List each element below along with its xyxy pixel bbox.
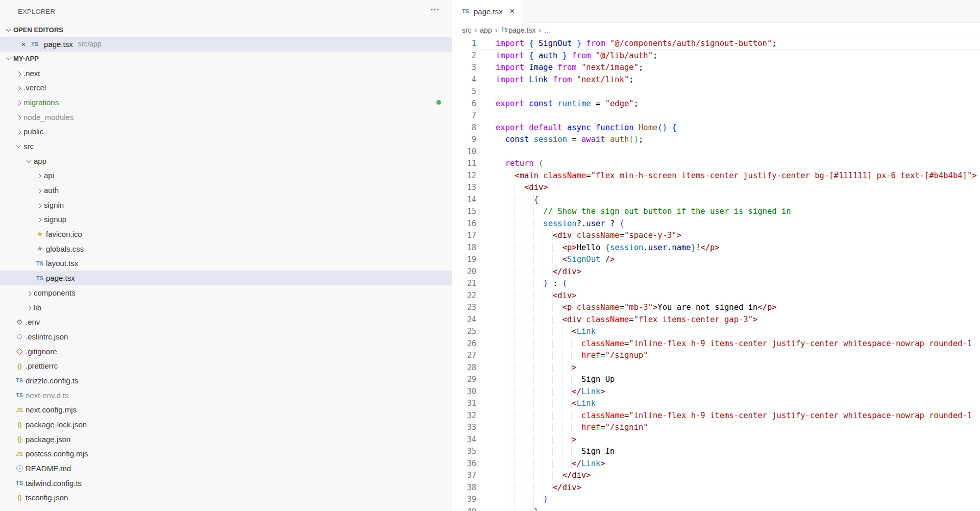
code-line-9[interactable]: 9 const session = await auth(); xyxy=(452,134,980,146)
breadcrumb-item[interactable]: src xyxy=(462,26,472,34)
code-line-21[interactable]: 21 ) : ( xyxy=(452,278,980,290)
tree-file-globals.css[interactable]: #globals.css xyxy=(0,241,452,256)
line-content: <div> xyxy=(476,290,980,302)
code-line-7[interactable]: 7 xyxy=(452,110,980,122)
code-line-4[interactable]: 4import Link from "next/link"; xyxy=(452,74,980,86)
code-line-11[interactable]: 11 return ( xyxy=(452,158,980,170)
code-token: > xyxy=(572,435,576,444)
code-line-29[interactable]: 29 Sign Up xyxy=(452,374,980,386)
tree-folder-public[interactable]: public xyxy=(0,124,452,139)
code-line-22[interactable]: 22 <div> xyxy=(452,290,980,302)
open-editors-section-header[interactable]: OPEN EDITORS xyxy=(0,22,452,37)
tree-file-README.md[interactable]: iREADME.md xyxy=(0,461,452,476)
code-line-23[interactable]: 23 <p className="mb-3">You are not signe… xyxy=(452,302,980,314)
more-actions-icon[interactable]: ⋯ xyxy=(430,4,439,15)
code-line-15[interactable]: 15 // Show the sign out button if the us… xyxy=(452,206,980,218)
code-token: { xyxy=(605,243,610,252)
code-token: from xyxy=(567,51,596,60)
code-line-37[interactable]: 37 </div> xyxy=(452,470,980,482)
code-line-34[interactable]: 34 > xyxy=(452,434,980,446)
tab-page.tsx[interactable]: TSpage.tsx× xyxy=(452,0,523,22)
breadcrumb-item[interactable]: TSpage.tsx xyxy=(500,26,535,34)
close-icon[interactable]: × xyxy=(510,7,514,16)
tree-file-drizzle.config.ts[interactable]: TSdrizzle.config.ts xyxy=(0,373,452,388)
code-line-32[interactable]: 32 className="inline-flex h-9 items-cent… xyxy=(452,410,980,422)
code-token: ; xyxy=(772,39,776,48)
code-line-12[interactable]: 12 <main className="flex min-h-screen it… xyxy=(452,170,980,182)
breadcrumb-item[interactable]: app xyxy=(480,26,492,34)
code-line-13[interactable]: 13 <div> xyxy=(452,182,980,194)
code-line-10[interactable]: 10 xyxy=(452,146,980,158)
workspace-section-header[interactable]: MY-APP xyxy=(0,52,452,66)
open-editor-item[interactable]: ×TSpage.tsxsrc/app xyxy=(0,37,452,52)
line-number: 26 xyxy=(452,338,476,350)
tree-file-package.json[interactable]: {}package.json xyxy=(0,432,452,447)
code-line-40[interactable]: 40 } xyxy=(452,506,980,511)
tree-folder-lib[interactable]: lib xyxy=(0,300,452,315)
code-line-26[interactable]: 26 className="inline-flex h-9 items-cent… xyxy=(452,338,980,350)
code-line-25[interactable]: 25 <Link xyxy=(452,326,980,338)
code-line-33[interactable]: 33 href="/signin" xyxy=(452,422,980,434)
code-line-38[interactable]: 38 </div> xyxy=(452,482,980,494)
tree-folder-components[interactable]: components xyxy=(0,285,452,300)
code-line-30[interactable]: 30 </Link> xyxy=(452,386,980,398)
tree-file-package-lock.json[interactable]: {}package-lock.json xyxy=(0,417,452,432)
code-token xyxy=(496,363,572,372)
code-line-2[interactable]: 2import { auth } from "@/lib/auth"; xyxy=(452,50,980,62)
tree-file-.eslintrc.json[interactable]: .eslintrc.json xyxy=(0,329,452,344)
close-icon[interactable]: × xyxy=(19,40,28,48)
tree-folder-signin[interactable]: signin xyxy=(0,198,452,212)
code-token: = xyxy=(600,423,605,432)
code-line-39[interactable]: 39 ) xyxy=(452,494,980,506)
tree-file-.prettierrc[interactable]: {}.prettierrc xyxy=(0,358,452,373)
line-number: 1 xyxy=(452,38,476,50)
tree-folder-.next[interactable]: .next xyxy=(0,66,452,81)
json-file-icon: {} xyxy=(14,421,24,428)
code-line-31[interactable]: 31 <Link xyxy=(452,398,980,410)
code-token xyxy=(496,447,581,456)
code-line-24[interactable]: 24 <div className="flex items-center gap… xyxy=(452,314,980,326)
tree-folder-.vercel[interactable]: .vercel xyxy=(0,80,452,95)
code-token: ! xyxy=(696,243,700,252)
tree-file-tsconfig.json[interactable]: {}tsconfig.json xyxy=(0,491,452,505)
code-line-19[interactable]: 19 <SignOut /> xyxy=(452,254,980,266)
tree-folder-api[interactable]: api xyxy=(0,168,452,183)
tree-file-.env[interactable]: ⚙.env xyxy=(0,314,452,329)
code-line-36[interactable]: 36 </Link> xyxy=(452,458,980,470)
code-line-20[interactable]: 20 </div> xyxy=(452,266,980,278)
tree-file-next-env.d.ts[interactable]: TSnext-env.d.ts xyxy=(0,388,452,403)
tree-folder-auth[interactable]: auth xyxy=(0,183,452,198)
tree-file-postcss.config.mjs[interactable]: JSpostcss.config.mjs xyxy=(0,447,452,461)
tree-folder-node_modules[interactable]: node_modules xyxy=(0,110,452,125)
code-editor[interactable]: 1import { SignOut } from "@/components/a… xyxy=(452,37,980,511)
tree-file-next.config.mjs[interactable]: JSnext.config.mjs xyxy=(0,403,452,418)
tree-file-tailwind.config.ts[interactable]: TStailwind.config.ts xyxy=(0,476,452,491)
tree-file-layout.tsx[interactable]: TSlayout.tsx xyxy=(0,256,452,271)
code-line-27[interactable]: 27 href="/signup" xyxy=(452,350,980,362)
code-line-17[interactable]: 17 <div className="space-y-3"> xyxy=(452,230,980,242)
line-content: href="/signin" xyxy=(476,422,980,434)
code-line-16[interactable]: 16 session?.user ? ( xyxy=(452,218,980,230)
code-line-28[interactable]: 28 > xyxy=(452,362,980,374)
tree-file-page.tsx[interactable]: TSpage.tsx xyxy=(0,271,452,285)
tree-folder-src[interactable]: src xyxy=(0,139,452,154)
code-line-8[interactable]: 8export default async function Home() { xyxy=(452,122,980,134)
code-line-1[interactable]: 1import { SignOut } from "@/components/a… xyxy=(452,38,980,50)
code-line-18[interactable]: 18 <p>Hello {session.user.name}!</p> xyxy=(452,242,980,254)
code-line-5[interactable]: 5 xyxy=(452,86,980,98)
tree-file-.gitignore[interactable]: .gitignore xyxy=(0,344,452,359)
tree-folder-signup[interactable]: signup xyxy=(0,212,452,227)
code-token: user xyxy=(648,243,667,252)
tree-folder-app[interactable]: app xyxy=(0,154,452,168)
code-line-35[interactable]: 35 Sign In xyxy=(452,446,980,458)
code-token: ?. xyxy=(577,219,586,228)
code-line-14[interactable]: 14 { xyxy=(452,194,980,206)
breadcrumb-item[interactable]: … xyxy=(544,26,551,34)
code-token xyxy=(496,231,553,240)
tree-folder-migrations[interactable]: migrations xyxy=(0,95,452,110)
code-line-3[interactable]: 3import Image from "next/image"; xyxy=(452,62,980,74)
tree-file-favicon.ico[interactable]: ★favicon.ico xyxy=(0,227,452,241)
line-content: const session = await auth(); xyxy=(476,134,980,146)
code-token: ; xyxy=(653,51,657,60)
code-line-6[interactable]: 6export const runtime = "edge"; xyxy=(452,98,980,110)
